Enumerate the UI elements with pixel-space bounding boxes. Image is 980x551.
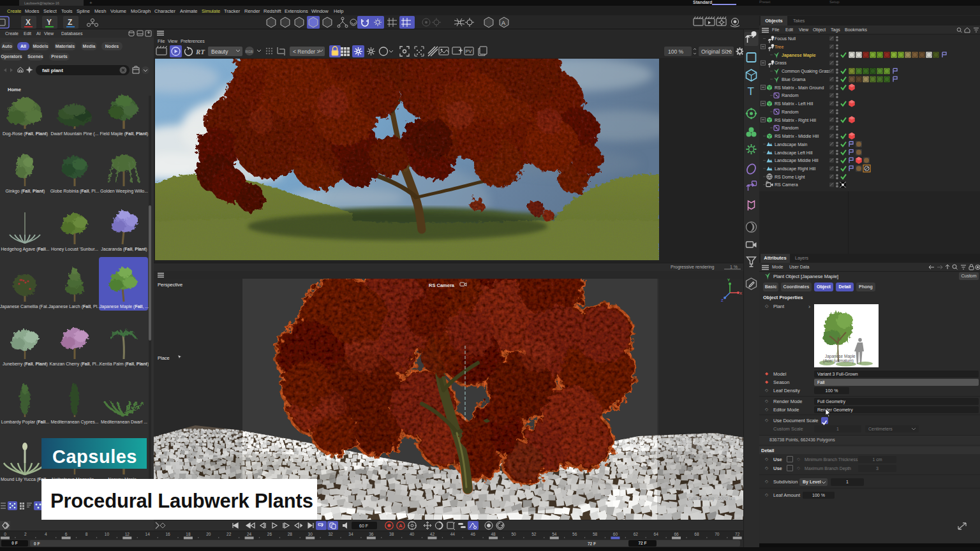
svg-text:Grid Spacing : 5000 cm: Grid Spacing : 5000 cm — [688, 496, 735, 501]
svg-text:36: 36 — [369, 532, 374, 536]
svg-text:50: 50 — [511, 532, 516, 536]
svg-text:12: 12 — [125, 532, 130, 536]
svg-text:60 F: 60 F — [359, 524, 368, 528]
svg-text:Landscape Left Hill: Landscape Left Hill — [775, 151, 813, 156]
svg-text:46: 46 — [471, 532, 476, 536]
svg-text:18: 18 — [186, 532, 191, 536]
svg-text:60: 60 — [613, 532, 618, 536]
svg-text:Random: Random — [782, 93, 799, 98]
svg-text:PV: PV — [466, 48, 472, 54]
svg-text:62: 62 — [634, 532, 639, 536]
svg-text:X: X — [739, 291, 742, 295]
svg-text:10: 10 — [105, 532, 110, 536]
svg-text:Landscape Middle Hill: Landscape Middle Hill — [775, 158, 819, 163]
svg-text:RS Camera: RS Camera — [429, 283, 455, 288]
svg-text:Blue Grama: Blue Grama — [782, 77, 805, 82]
svg-text:Y: Y — [727, 279, 730, 282]
svg-text:32: 32 — [328, 532, 333, 536]
svg-text:Random: Random — [782, 110, 799, 114]
svg-text:0: 0 — [4, 532, 6, 536]
svg-text:72: 72 — [735, 532, 740, 536]
svg-text:RGB: RGB — [246, 50, 253, 54]
svg-text:fall plant: fall plant — [42, 68, 63, 73]
svg-text:A: A — [399, 523, 403, 529]
svg-text:56: 56 — [572, 532, 577, 536]
svg-text:2: 2 — [24, 532, 27, 536]
svg-text:38: 38 — [389, 532, 394, 536]
svg-text:20: 20 — [206, 532, 211, 536]
svg-text:RS Matrix - Middle Hill: RS Matrix - Middle Hill — [775, 134, 819, 138]
svg-text:T: T — [748, 85, 754, 98]
svg-text:28: 28 — [288, 532, 293, 536]
svg-text:RS Dome Light: RS Dome Light — [775, 175, 805, 180]
svg-text:14: 14 — [145, 532, 151, 536]
svg-text:48: 48 — [491, 532, 496, 536]
svg-text:RS Matrix - Left Hill: RS Matrix - Left Hill — [775, 101, 813, 106]
svg-text:RS Matrix - Right Hill: RS Matrix - Right Hill — [775, 118, 816, 123]
svg-text:Landscape Right Hill: Landscape Right Hill — [775, 166, 816, 172]
svg-text:54: 54 — [552, 532, 557, 536]
svg-text:8: 8 — [85, 532, 88, 536]
svg-text:Z: Z — [721, 298, 724, 302]
svg-text:RS Camera: RS Camera — [775, 182, 798, 187]
svg-text:Place: Place — [158, 355, 170, 361]
svg-text:Random: Random — [782, 126, 799, 130]
svg-text:100 %: 100 % — [668, 48, 684, 55]
svg-text:< Render >: < Render > — [293, 48, 320, 55]
svg-text:68: 68 — [694, 532, 699, 536]
svg-text:(Acer palmatum): (Acer palmatum) — [823, 358, 854, 364]
svg-text:Focus Null: Focus Null — [775, 36, 796, 41]
svg-text:40: 40 — [410, 532, 415, 536]
svg-text:RT: RT — [195, 48, 205, 55]
svg-text:44: 44 — [450, 532, 456, 536]
svg-text:70: 70 — [715, 532, 720, 536]
svg-text:42: 42 — [430, 532, 435, 536]
svg-text:22: 22 — [226, 532, 232, 536]
svg-text:16: 16 — [165, 532, 170, 536]
svg-text:Japanese Maple: Japanese Maple — [782, 53, 816, 58]
svg-text:24: 24 — [247, 532, 252, 536]
svg-text:Beauty: Beauty — [211, 48, 228, 55]
svg-text:Perspective: Perspective — [158, 282, 182, 288]
svg-text:64: 64 — [654, 532, 659, 536]
svg-text:4: 4 — [45, 532, 47, 536]
svg-text:52: 52 — [531, 532, 537, 536]
svg-text:26: 26 — [267, 532, 272, 536]
svg-text:58: 58 — [593, 532, 598, 536]
svg-text:34: 34 — [348, 532, 353, 536]
svg-text:Grass: Grass — [775, 61, 787, 65]
svg-text:Landscape Main: Landscape Main — [775, 142, 807, 147]
svg-text:Tree: Tree — [775, 45, 784, 49]
svg-text:RS Matrix - Main Ground: RS Matrix - Main Ground — [775, 85, 824, 90]
svg-text:A: A — [501, 20, 505, 26]
svg-text:30: 30 — [308, 532, 313, 536]
svg-text:Original Size: Original Size — [701, 48, 732, 55]
svg-text:6: 6 — [65, 532, 68, 536]
svg-text:66: 66 — [674, 532, 679, 536]
svg-text:Common Quaking Grass: Common Quaking Grass — [782, 69, 831, 74]
